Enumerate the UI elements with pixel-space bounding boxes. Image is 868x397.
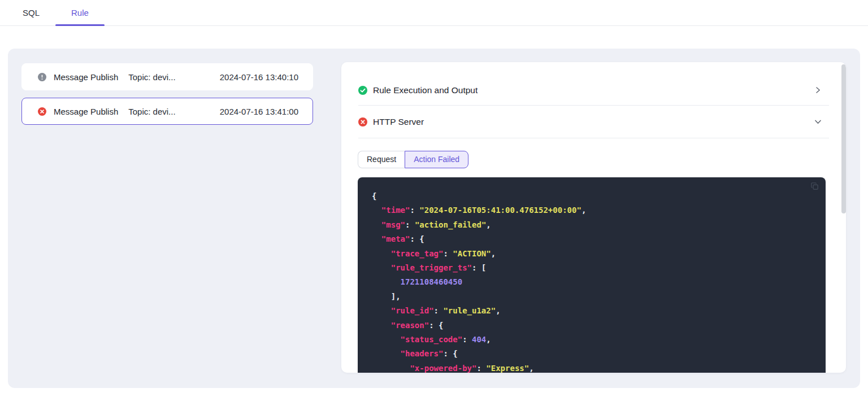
error-x-icon: [358, 117, 367, 126]
section-rule-execution-output[interactable]: Rule Execution and Output: [358, 75, 829, 106]
event-topic: Topic: devi...: [128, 72, 175, 82]
event-card-error-selected[interactable]: Message Publish Topic: devi... 2024-07-1…: [21, 98, 313, 125]
event-topic: Topic: devi...: [128, 107, 175, 116]
chevron-right-icon: [814, 86, 822, 94]
json-log-code-block: { "time": "2024-07-16T05:41:00.476152+00…: [358, 177, 826, 373]
event-card-warning[interactable]: Message Publish Topic: devi... 2024-07-1…: [21, 63, 313, 90]
section-title: HTTP Server: [373, 117, 424, 127]
warning-circle-icon: [38, 73, 46, 81]
error-circle-icon: [38, 107, 46, 116]
tab-request[interactable]: Request: [358, 151, 405, 168]
copy-icon[interactable]: [810, 182, 819, 191]
json-log-content: { "time": "2024-07-16T05:41:00.476152+00…: [372, 189, 814, 373]
rule-debug-container: Message Publish Topic: devi... 2024-07-1…: [8, 49, 860, 388]
success-check-icon: [358, 86, 367, 95]
code-line: "rule_id": "rule_u1a2",: [372, 304, 814, 318]
chevron-down-icon: [814, 117, 822, 126]
code-line: "status_code": 404,: [372, 333, 814, 347]
section-http-server[interactable]: HTTP Server: [358, 106, 829, 138]
code-line: {: [372, 189, 814, 203]
code-line: "meta": {: [372, 232, 814, 246]
code-line: "headers": {: [372, 347, 814, 361]
event-timestamp: 2024-07-16 13:41:00: [220, 107, 298, 116]
event-title: Message Publish: [54, 72, 118, 82]
code-line: ],: [372, 290, 814, 304]
section-title: Rule Execution and Output: [373, 85, 478, 95]
code-line: "reason": {: [372, 319, 814, 333]
code-line: "x-powered-by": "Express",: [372, 361, 814, 373]
result-tab-group: Request Action Failed: [358, 151, 468, 168]
code-line: 1721108460450: [372, 275, 814, 289]
event-title: Message Publish: [54, 107, 118, 116]
code-line: "rule_trigger_ts": [: [372, 261, 814, 275]
code-line: "msg": "action_failed",: [372, 218, 814, 232]
event-timestamp: 2024-07-16 13:40:10: [220, 72, 298, 82]
code-line: "time": "2024-07-16T05:41:00.476152+00:0…: [372, 203, 814, 217]
code-line: "trace_tag": "ACTION",: [372, 247, 814, 261]
tab-sql[interactable]: SQL: [7, 0, 55, 25]
event-list: Message Publish Topic: devi... 2024-07-1…: [21, 63, 313, 132]
top-tab-bar: SQL Rule: [0, 0, 868, 26]
detail-panel: Rule Execution and Output HTTP Server Re…: [341, 62, 846, 373]
tab-action-failed[interactable]: Action Failed: [405, 151, 468, 168]
panel-scrollbar-thumb[interactable]: [841, 64, 846, 213]
tab-rule[interactable]: Rule: [55, 0, 105, 25]
